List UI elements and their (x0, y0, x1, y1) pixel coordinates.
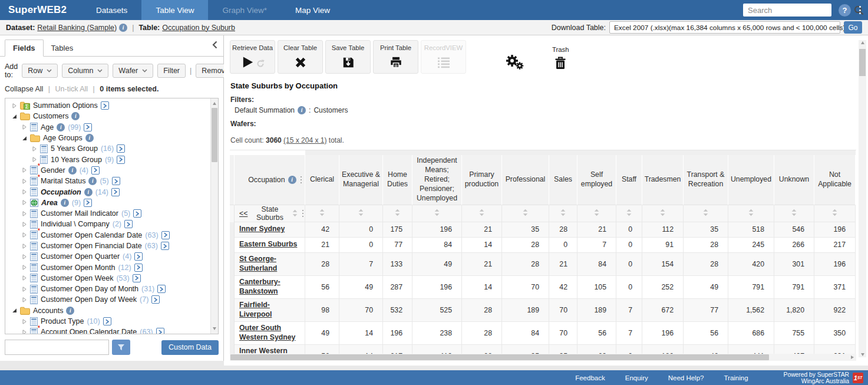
data-cell[interactable]: 84 (412, 238, 462, 253)
row-header-link[interactable]: Fairfield-Liverpool (239, 301, 272, 318)
data-cell[interactable]: 28 (502, 253, 549, 276)
expand-node-icon[interactable] (21, 330, 27, 334)
tree-item-account-open-calendar-date[interactable]: *Account Open Calendar Date(63) (5, 327, 210, 334)
data-cell[interactable]: 518 (728, 222, 774, 238)
tree-item-product-type[interactable]: Product Type(10) (5, 316, 210, 327)
column-sort-cell[interactable] (814, 205, 856, 222)
tree-item-age[interactable]: Agei(99) (5, 122, 210, 133)
dataset-info-icon[interactable]: i (119, 24, 127, 32)
info-icon[interactable]: i (85, 134, 94, 142)
data-cell[interactable]: 28 (462, 299, 502, 322)
info-icon[interactable]: i (61, 199, 69, 207)
field-search-input[interactable] (5, 340, 109, 355)
column-sort-cell[interactable] (728, 205, 774, 222)
collapse-all-link[interactable]: Collapse All (5, 85, 43, 93)
info-icon[interactable]: i (288, 176, 296, 184)
overflow-menu-icon[interactable] (858, 5, 862, 15)
dataset-link[interactable]: Retail Banking (Sample) (37, 24, 117, 32)
field-actions-button[interactable] (161, 242, 169, 250)
data-cell[interactable]: 1,820 (774, 299, 814, 322)
print-table-button[interactable]: Print Table (373, 40, 418, 74)
cell-count-dims-link[interactable]: (15 x 204 x 1) (283, 136, 326, 144)
row-header-link[interactable]: St George-Sutherland (239, 255, 277, 272)
trash-button[interactable]: Trash (552, 40, 569, 74)
data-cell[interactable]: 21 (549, 253, 577, 276)
data-cell[interactable]: 154 (642, 253, 684, 276)
app-logo[interactable]: SuperWEB2 (0, 0, 82, 20)
column-header-staff[interactable]: Staff (616, 155, 642, 205)
column-sort-cell[interactable] (305, 205, 339, 222)
data-cell[interactable]: 922 (814, 299, 856, 322)
collapse-node-icon[interactable] (21, 136, 27, 141)
field-actions-button[interactable] (134, 264, 143, 272)
go-button[interactable]: Go (844, 21, 862, 34)
data-cell[interactable]: 371 (814, 276, 856, 299)
data-cell[interactable]: 84 (577, 253, 616, 276)
info-icon[interactable]: i (71, 112, 80, 120)
tree-item-occupation[interactable]: Occupationi(14) (5, 186, 210, 197)
column-header-independent-means-retired-pensioner-unemployed[interactable]: Independent Means; Retired; Pensioner; U… (412, 155, 462, 205)
data-cell[interactable]: 791 (774, 276, 814, 299)
field-actions-button[interactable] (151, 295, 160, 304)
column-sort-cell[interactable] (412, 205, 462, 222)
collapse-sidebar-icon[interactable] (212, 41, 217, 51)
column-sort-cell[interactable] (774, 205, 814, 222)
column-axis-header[interactable]: Occupationi (235, 155, 305, 205)
info-icon[interactable]: i (84, 188, 93, 196)
data-cell[interactable]: 217 (814, 238, 856, 253)
data-cell[interactable]: 133 (383, 253, 412, 276)
data-cell[interactable]: 546 (774, 222, 814, 238)
data-cell[interactable]: 301 (774, 253, 814, 276)
expand-node-icon[interactable] (21, 232, 27, 238)
nav-tab-table-view[interactable]: Table View (141, 0, 208, 20)
add-to-filter-button[interactable]: Filter (157, 64, 186, 78)
scrollbar-thumb[interactable] (212, 108, 217, 162)
field-actions-button[interactable] (124, 220, 133, 228)
data-cell[interactable]: 14 (462, 276, 502, 299)
row-axis-back-link[interactable]: << (239, 209, 247, 218)
expand-node-icon[interactable] (31, 146, 37, 152)
nav-tab-datasets[interactable]: Datasets (82, 0, 141, 20)
expand-node-icon[interactable] (31, 157, 37, 162)
data-cell[interactable]: 28 (684, 253, 728, 276)
data-cell[interactable]: 686 (728, 322, 774, 345)
info-icon[interactable]: i (298, 106, 306, 114)
field-actions-button[interactable] (117, 144, 125, 153)
field-actions-button[interactable] (84, 123, 92, 131)
scroll-right-icon[interactable] (848, 356, 856, 359)
row-axis-header[interactable]: <<State Suburbs (235, 205, 305, 222)
column-sort-cell[interactable] (383, 205, 412, 222)
data-cell[interactable]: 196 (814, 222, 856, 238)
column-header-transport-recreation[interactable]: Transport & Recreation (684, 155, 728, 205)
scrollbar-thumb[interactable] (230, 354, 769, 360)
search-input[interactable] (743, 4, 854, 17)
filter-fields-button[interactable] (112, 340, 130, 355)
info-icon[interactable]: i (66, 307, 74, 315)
sidebar-tab-fields[interactable]: Fields (5, 40, 44, 57)
data-cell[interactable]: 84 (502, 322, 549, 345)
row-header-link[interactable]: Eastern Suburbs (239, 240, 297, 248)
field-actions-button[interactable] (157, 285, 166, 293)
data-cell[interactable]: 0 (616, 238, 642, 253)
data-cell[interactable]: 196 (642, 322, 684, 345)
field-actions-button[interactable] (84, 199, 92, 207)
data-cell[interactable]: 245 (728, 238, 774, 253)
data-cell[interactable]: 0 (616, 253, 642, 276)
column-sort-cell[interactable] (642, 205, 684, 222)
tree-item-customer-open-day-of-month[interactable]: Customer Open Day of Month(31) (5, 284, 210, 294)
data-cell[interactable]: 238 (412, 322, 462, 345)
column-header-primary-production[interactable]: Primary production (462, 155, 502, 205)
expand-node-icon[interactable] (21, 265, 27, 270)
row-header-link[interactable]: Canterbury-Bankstown (239, 278, 280, 295)
data-cell[interactable]: 28 (502, 238, 549, 253)
data-cell[interactable]: 0 (339, 238, 383, 253)
scroll-down-icon[interactable] (859, 353, 866, 356)
expand-node-icon[interactable] (21, 319, 27, 324)
column-header-professional[interactable]: Professional (502, 155, 549, 205)
tree-item-customer-open-calendar-date[interactable]: *Customer Open Calendar Date(63) (5, 230, 210, 241)
data-cell[interactable]: 14 (339, 322, 383, 345)
expand-node-icon[interactable] (21, 179, 27, 184)
scroll-down-icon[interactable] (211, 325, 218, 333)
tree-item-5-years-group[interactable]: 5 Years Group(16) (5, 143, 210, 154)
column-header-clerical[interactable]: Clerical (305, 155, 339, 205)
